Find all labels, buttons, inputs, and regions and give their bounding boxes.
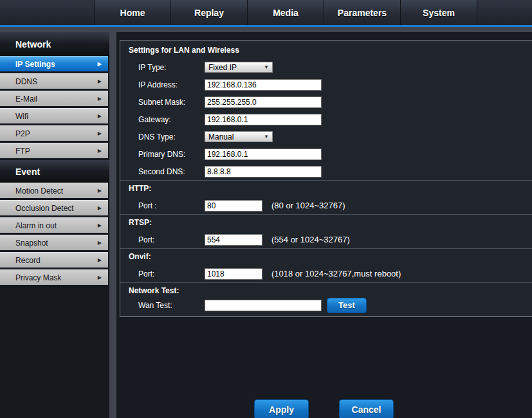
- ip-type-row: IP Type: Fixed IP ▼: [129, 59, 532, 76]
- sidebar-item-privacy-mask[interactable]: Privacy Mask ▶: [0, 269, 108, 285]
- sidebar-item-label: Motion Detect: [15, 186, 63, 195]
- sidebar-item-label: Record: [15, 256, 41, 265]
- rtsp-port-label: Port:: [138, 235, 205, 244]
- apply-button[interactable]: Apply: [254, 399, 309, 418]
- sidebar-item-label: FTP: [15, 147, 30, 156]
- ip-address-input[interactable]: [205, 79, 322, 91]
- sidebar-section-network: Network: [0, 32, 109, 56]
- sidebar-item-ftp[interactable]: FTP ▶: [0, 143, 108, 158]
- wan-test-input[interactable]: [205, 300, 322, 311]
- http-port-input[interactable]: [205, 200, 262, 212]
- rtsp-port-input[interactable]: [205, 234, 262, 246]
- nav-tab-media[interactable]: Media: [248, 0, 324, 25]
- rtsp-section: RTSP: Port: (554 or 1024~32767): [120, 214, 532, 248]
- sidebar-section-event: Event: [0, 160, 109, 183]
- http-section: HTTP: Port : (80 or 1024~32767): [120, 180, 532, 214]
- sidebar-item-snapshot[interactable]: Snapshot ▶: [0, 235, 108, 250]
- arrow-right-icon: ▶: [98, 240, 102, 246]
- http-port-label: Port :: [138, 201, 205, 210]
- primary-dns-input[interactable]: [205, 149, 322, 160]
- sidebar-item-ip-settings[interactable]: IP Settings ▶: [0, 56, 108, 71]
- ip-type-selected-value: Fixed IP: [208, 63, 237, 72]
- onvif-section: Onvif: Port: (1018 or 1024~32767,must re…: [120, 248, 532, 282]
- sidebar-item-label: Privacy Mask: [15, 273, 61, 282]
- sidebar: Network IP Settings ▶ DDNS ▶ E-Mail ▶ Wi…: [0, 32, 109, 418]
- arrow-right-icon: ▶: [98, 96, 102, 102]
- second-dns-input[interactable]: [205, 166, 322, 177]
- chevron-down-icon: ▼: [264, 64, 269, 70]
- nav-tab-system[interactable]: System: [401, 0, 477, 25]
- network-test-section: Network Test: Wan Test: Test: [120, 282, 532, 316]
- sidebar-item-record[interactable]: Record ▶: [0, 252, 108, 268]
- lan-section: Settings for LAN and Wireless IP Type: F…: [120, 42, 532, 180]
- rtsp-port-hint: (554 or 1024~32767): [271, 235, 350, 244]
- page-layout: Network IP Settings ▶ DDNS ▶ E-Mail ▶ Wi…: [0, 32, 532, 418]
- rtsp-port-row: Port: (554 or 1024~32767): [129, 231, 532, 248]
- arrow-right-icon: ▶: [98, 205, 102, 211]
- dns-type-row: DNS Type: Manual ▼: [129, 128, 532, 145]
- nav-tab-home[interactable]: Home: [95, 0, 171, 25]
- ip-address-row: IP Address:: [129, 76, 532, 93]
- sidebar-item-wifi[interactable]: Wifi ▶: [0, 108, 108, 123]
- nav-right-spacer: [477, 0, 532, 25]
- rtsp-section-title: RTSP:: [129, 215, 532, 231]
- arrow-right-icon: ▶: [98, 113, 102, 119]
- nav-tab-parameters[interactable]: Parameters: [324, 0, 401, 25]
- ip-type-select[interactable]: Fixed IP ▼: [205, 62, 273, 73]
- sidebar-item-occlusion-detect[interactable]: Occlusion Detect ▶: [0, 200, 108, 215]
- sidebar-item-label: E-Mail: [15, 95, 37, 104]
- cancel-button[interactable]: Cancel: [339, 399, 394, 418]
- sidebar-item-email[interactable]: E-Mail ▶: [0, 91, 108, 106]
- sidebar-item-label: Wifi: [15, 112, 28, 121]
- onvif-port-hint: (1018 or 1024~32767,must reboot): [271, 269, 401, 278]
- sidebar-item-label: P2P: [15, 129, 30, 138]
- sidebar-item-motion-detect[interactable]: Motion Detect ▶: [0, 183, 108, 198]
- wan-test-row: Wan Test: Test: [129, 299, 532, 316]
- http-port-row: Port : (80 or 1024~32767): [129, 197, 532, 214]
- ip-type-label: IP Type:: [138, 63, 205, 72]
- arrow-right-icon: ▶: [98, 257, 102, 263]
- sidebar-item-p2p[interactable]: P2P ▶: [0, 125, 108, 141]
- gateway-row: Gateway:: [129, 111, 532, 128]
- wan-test-label: Wan Test:: [138, 301, 205, 310]
- sidebar-item-label: Snapshot: [15, 239, 48, 248]
- second-dns-label: Second DNS:: [138, 167, 205, 176]
- network-test-section-title: Network Test:: [129, 283, 532, 299]
- sidebar-item-ddns[interactable]: DDNS ▶: [0, 73, 108, 89]
- onvif-section-title: Onvif:: [129, 249, 532, 265]
- top-nav: Home Replay Media Parameters System: [0, 0, 532, 27]
- gateway-input[interactable]: [205, 114, 322, 125]
- main-content: Settings for LAN and Wireless IP Type: F…: [116, 32, 532, 418]
- sidebar-item-label: IP Settings: [15, 60, 55, 69]
- arrow-right-icon: ▶: [98, 188, 102, 194]
- chevron-down-icon: ▼: [264, 134, 269, 140]
- subnet-mask-input[interactable]: [205, 96, 322, 108]
- sidebar-item-label: DDNS: [15, 77, 37, 86]
- second-dns-row: Second DNS:: [129, 163, 532, 180]
- primary-dns-row: Primary DNS:: [129, 145, 532, 163]
- http-port-hint: (80 or 1024~32767): [271, 201, 345, 210]
- nav-left-spacer: [0, 0, 95, 25]
- test-button[interactable]: Test: [327, 298, 367, 313]
- arrow-right-icon: ▶: [98, 61, 102, 67]
- form-actions: Apply Cancel: [254, 399, 394, 418]
- onvif-port-label: Port:: [138, 269, 205, 278]
- sidebar-content-divider: [109, 32, 116, 418]
- arrow-right-icon: ▶: [98, 148, 102, 154]
- arrow-right-icon: ▶: [98, 223, 102, 228]
- gateway-label: Gateway:: [138, 115, 205, 124]
- dns-type-selected-value: Manual: [208, 132, 234, 141]
- arrow-right-icon: ▶: [98, 78, 102, 84]
- settings-panel: Settings for LAN and Wireless IP Type: F…: [120, 40, 532, 317]
- nav-tab-replay[interactable]: Replay: [171, 0, 248, 25]
- dns-type-select[interactable]: Manual ▼: [205, 131, 273, 142]
- ip-address-label: IP Address:: [138, 80, 205, 89]
- sidebar-item-alarm-in-out[interactable]: Alarm in out ▶: [0, 217, 108, 233]
- sidebar-item-label: Alarm in out: [15, 221, 57, 230]
- subnet-mask-label: Subnet Mask:: [138, 98, 205, 107]
- arrow-right-icon: ▶: [98, 131, 102, 136]
- primary-dns-label: Primary DNS:: [138, 150, 205, 159]
- onvif-port-input[interactable]: [205, 268, 262, 280]
- lan-section-title: Settings for LAN and Wireless: [129, 42, 532, 59]
- dns-type-label: DNS Type:: [138, 132, 205, 141]
